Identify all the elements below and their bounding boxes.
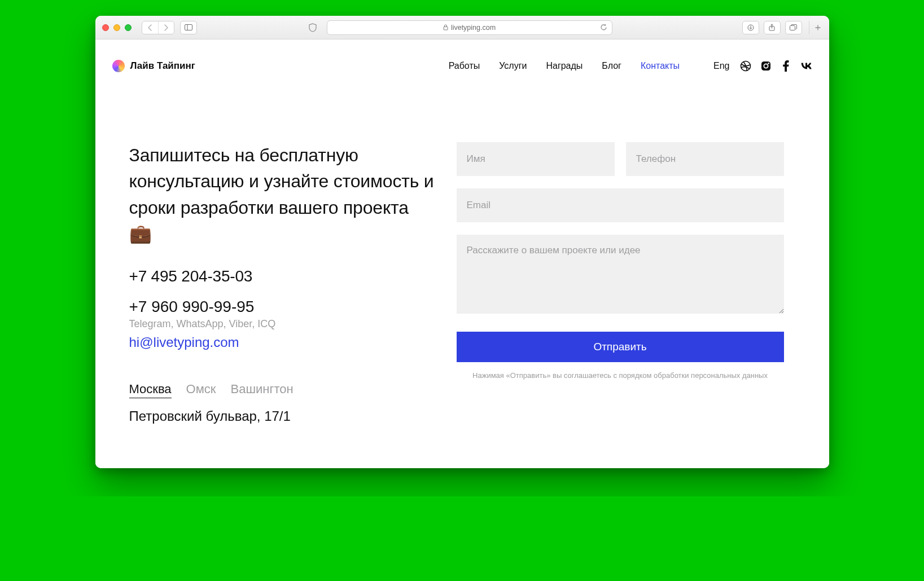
- logo[interactable]: Лайв Тайпинг: [112, 60, 195, 72]
- address-bar[interactable]: livetyping.com: [327, 20, 612, 35]
- phone-secondary[interactable]: +7 960 990-99-95: [129, 298, 434, 316]
- nav-works[interactable]: Работы: [449, 61, 480, 71]
- privacy-report-button[interactable]: [304, 21, 321, 34]
- page-content: Лайв Тайпинг Работы Услуги Награды Блог …: [95, 39, 829, 468]
- facebook-icon[interactable]: [781, 60, 792, 72]
- nav-back-forward: [142, 21, 174, 34]
- reload-button[interactable]: [600, 24, 607, 31]
- sidebar-toggle-button[interactable]: [180, 21, 197, 34]
- svg-rect-5: [790, 26, 795, 30]
- phone-primary[interactable]: +7 495 204-35-03: [129, 267, 434, 285]
- logo-mark-icon: [112, 60, 125, 72]
- url-text: livetyping.com: [451, 24, 496, 32]
- language-switch[interactable]: Eng: [713, 61, 729, 71]
- downloads-button[interactable]: [742, 21, 759, 34]
- name-field[interactable]: [457, 142, 615, 176]
- nav-services[interactable]: Услуги: [499, 61, 527, 71]
- lock-icon: [443, 24, 448, 30]
- back-button[interactable]: [142, 21, 158, 34]
- vk-icon[interactable]: [801, 60, 812, 72]
- messengers-note: Telegram, WhatsApp, Viber, ICQ: [129, 318, 434, 330]
- header-right: Eng: [713, 60, 812, 72]
- instagram-icon[interactable]: [760, 60, 772, 72]
- svg-point-9: [768, 63, 769, 64]
- email-link[interactable]: hi@livetyping.com: [129, 334, 434, 350]
- titlebar-right-buttons: [742, 21, 822, 34]
- window-controls: [102, 24, 132, 31]
- nav-contacts[interactable]: Контакты: [641, 61, 680, 71]
- svg-rect-0: [185, 25, 192, 30]
- fullscreen-window-button[interactable]: [125, 24, 132, 31]
- submit-button[interactable]: Отправить: [457, 332, 784, 362]
- social-icons: [740, 60, 812, 72]
- site-header: Лайв Тайпинг Работы Услуги Награды Блог …: [95, 39, 829, 80]
- city-tab-washington[interactable]: Вашингтон: [230, 382, 293, 398]
- forward-button[interactable]: [158, 21, 174, 34]
- email-field[interactable]: [457, 188, 784, 222]
- minimize-window-button[interactable]: [113, 24, 120, 31]
- browser-titlebar: livetyping.com: [95, 16, 829, 39]
- form-disclaimer: Нажимая «Отправить» вы соглашаетесь с по…: [457, 371, 784, 380]
- svg-rect-7: [761, 61, 770, 71]
- city-tab-moscow[interactable]: Москва: [129, 382, 172, 398]
- contact-form: Отправить Нажимая «Отправить» вы соглаша…: [457, 142, 784, 424]
- logo-text: Лайв Тайпинг: [130, 60, 195, 72]
- address-text: Петровский бульвар, 17/1: [129, 408, 434, 424]
- city-tabs: Москва Омск Вашингтон: [129, 382, 434, 398]
- main-nav: Работы Услуги Награды Блог Контакты: [449, 61, 680, 71]
- nav-blog[interactable]: Блог: [602, 61, 621, 71]
- new-tab-button[interactable]: [809, 21, 822, 34]
- main-section: Запишитесь на бесплатную консультацию и …: [95, 80, 829, 458]
- svg-rect-2: [444, 27, 448, 30]
- city-tab-omsk[interactable]: Омск: [186, 382, 216, 398]
- share-button[interactable]: [764, 21, 781, 34]
- page-heading: Запишитесь на бесплатную консультацию и …: [129, 142, 434, 247]
- phone-field[interactable]: [626, 142, 784, 176]
- contact-info: Запишитесь на бесплатную консультацию и …: [129, 142, 434, 424]
- tabs-button[interactable]: [785, 21, 802, 34]
- nav-awards[interactable]: Награды: [546, 61, 583, 71]
- close-window-button[interactable]: [102, 24, 109, 31]
- dribbble-icon[interactable]: [740, 60, 751, 72]
- browser-window: livetyping.com: [95, 16, 829, 468]
- message-field[interactable]: [457, 235, 784, 314]
